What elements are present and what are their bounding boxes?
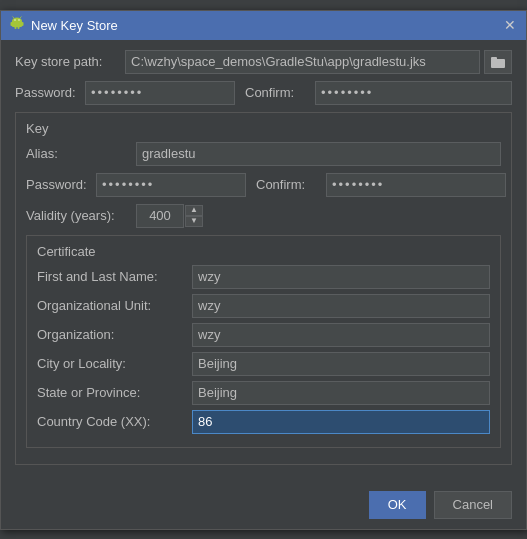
validity-label: Validity (years): [26, 208, 136, 223]
dialog-body: Key store path: Password: Confirm: Key A… [1, 40, 526, 483]
first-last-row: First and Last Name: [37, 265, 490, 289]
close-button[interactable]: ✕ [502, 18, 518, 32]
keystore-confirm-label: Confirm: [245, 85, 315, 100]
android-icon [9, 16, 25, 35]
svg-rect-4 [15, 26, 17, 29]
keystore-path-label: Key store path: [15, 54, 125, 69]
validity-row: Validity (years): ▲ ▼ [26, 204, 501, 228]
state-label: State or Province: [37, 385, 192, 400]
alias-label: Alias: [26, 146, 136, 161]
keystore-confirm-input[interactable] [315, 81, 512, 105]
key-section-title: Key [26, 121, 501, 136]
key-confirm-label: Confirm: [256, 177, 326, 192]
state-input[interactable] [192, 381, 490, 405]
state-row: State or Province: [37, 381, 490, 405]
folder-icon [491, 56, 505, 68]
keystore-password-row: Password: Confirm: [15, 81, 512, 105]
svg-rect-1 [12, 21, 22, 27]
country-input[interactable] [192, 410, 490, 434]
key-password-input[interactable] [96, 173, 246, 197]
org-unit-input[interactable] [192, 294, 490, 318]
svg-point-7 [18, 19, 19, 20]
keystore-path-input[interactable] [125, 50, 480, 74]
certificate-section: Certificate First and Last Name: Organiz… [26, 235, 501, 448]
country-row: Country Code (XX): [37, 410, 490, 434]
key-confirm-input[interactable] [326, 173, 506, 197]
svg-rect-3 [22, 22, 24, 26]
certificate-title: Certificate [37, 244, 490, 259]
org-unit-row: Organizational Unit: [37, 294, 490, 318]
first-last-input[interactable] [192, 265, 490, 289]
ok-button[interactable]: OK [369, 491, 426, 519]
svg-point-6 [14, 19, 15, 20]
cancel-button[interactable]: Cancel [434, 491, 512, 519]
dialog-footer: OK Cancel [1, 483, 526, 529]
svg-line-9 [20, 16, 22, 18]
spinner-down-button[interactable]: ▼ [185, 216, 203, 227]
org-row: Organization: [37, 323, 490, 347]
browse-button[interactable] [484, 50, 512, 74]
svg-rect-2 [11, 22, 13, 26]
spinner-up-button[interactable]: ▲ [185, 205, 203, 216]
svg-rect-11 [491, 57, 497, 60]
city-label: City or Locality: [37, 356, 192, 371]
org-label: Organization: [37, 327, 192, 342]
keystore-path-row: Key store path: [15, 50, 512, 74]
city-input[interactable] [192, 352, 490, 376]
country-label: Country Code (XX): [37, 414, 192, 429]
validity-input[interactable] [136, 204, 184, 228]
svg-rect-5 [18, 26, 20, 29]
key-password-label: Password: [26, 177, 96, 192]
validity-spinner: ▲ ▼ [185, 205, 203, 227]
dialog-title: New Key Store [31, 18, 496, 33]
title-bar: New Key Store ✕ [1, 11, 526, 40]
svg-line-8 [13, 16, 15, 18]
keystore-password-label: Password: [15, 85, 85, 100]
key-password-row: Password: Confirm: [26, 173, 501, 197]
org-unit-label: Organizational Unit: [37, 298, 192, 313]
org-input[interactable] [192, 323, 490, 347]
city-row: City or Locality: [37, 352, 490, 376]
first-last-label: First and Last Name: [37, 269, 192, 284]
alias-row: Alias: [26, 142, 501, 166]
key-section: Key Alias: Password: Confirm: Validity (… [15, 112, 512, 465]
keystore-password-input[interactable] [85, 81, 235, 105]
new-key-store-dialog: New Key Store ✕ Key store path: Password… [0, 10, 527, 530]
svg-rect-10 [491, 59, 505, 68]
alias-input[interactable] [136, 142, 501, 166]
